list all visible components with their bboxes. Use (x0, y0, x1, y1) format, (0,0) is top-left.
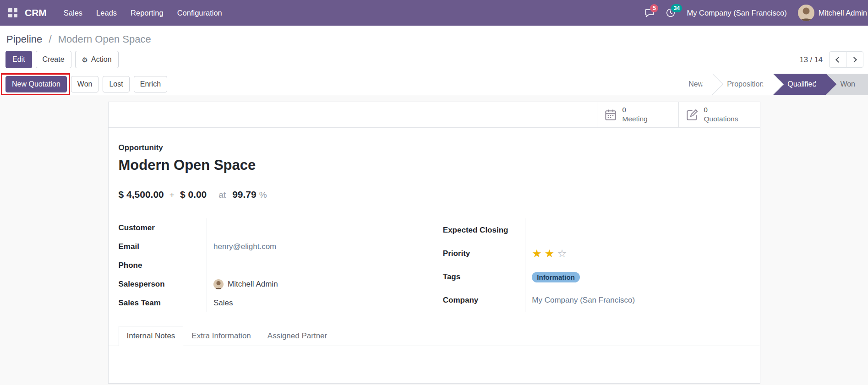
field-row-tags: Tags Information (443, 266, 750, 289)
messages-button[interactable]: 5 (644, 8, 655, 18)
quotation-icon (685, 108, 699, 122)
breadcrumb-pipeline[interactable]: Pipeline (6, 33, 42, 45)
plus-sign: + (169, 190, 175, 200)
company-value: My Company (San Francisco) (532, 296, 635, 304)
avatar (798, 5, 814, 21)
enrich-button[interactable]: Enrich (134, 76, 167, 92)
quotation-count: 0 (704, 106, 738, 114)
internal-notes-content (109, 346, 760, 384)
field-row-email: Email henry@elight.com (119, 237, 426, 256)
meetings-stat-button[interactable]: 0 Meeting (597, 102, 678, 127)
at-label: at (218, 190, 226, 200)
priority-label: Priority (443, 249, 470, 258)
chevron-right-icon (851, 57, 857, 63)
pager-next-button[interactable] (846, 51, 863, 68)
email-label: Email (119, 242, 139, 251)
notebook: Internal Notes Extra Information Assigne… (109, 326, 760, 384)
pager-value: 13 / 14 (800, 55, 823, 64)
breadcrumb-separator: / (49, 33, 51, 45)
tab-extra-information[interactable]: Extra Information (183, 326, 259, 346)
meeting-label: Meeting (622, 114, 648, 123)
stage-pipeline: New Proposition Qualified Won (680, 74, 868, 95)
star-empty-icon[interactable]: ☆ (557, 248, 567, 259)
star-filled-icon[interactable]: ★ (532, 248, 542, 259)
left-field-group: Customer Email henry@elight.com Phone Sa… (119, 218, 426, 312)
company-label: Company (443, 296, 478, 304)
field-row-customer: Customer (119, 218, 426, 237)
menu-sales[interactable]: Sales (57, 0, 89, 26)
top-navbar: CRM Sales Leads Reporting Configuration … (0, 0, 868, 26)
tab-internal-notes[interactable]: Internal Notes (119, 326, 184, 346)
apps-menu-icon[interactable] (8, 8, 17, 17)
priority-stars[interactable]: ★ ★ ☆ (532, 248, 749, 259)
activities-badge: 34 (671, 4, 682, 12)
salesperson-avatar (213, 279, 224, 289)
opportunity-form: 0 Meeting 0 Quotations Opportunity Moder… (108, 102, 760, 384)
email-value[interactable]: henry@elight.com (213, 242, 276, 251)
tag-information: Information (532, 272, 580, 282)
field-row-salesperson: Salesperson Mitchell Admin (119, 275, 426, 293)
customer-label: Customer (119, 223, 155, 232)
field-row-company: Company My Company (San Francisco) (443, 289, 750, 312)
expected-revenue-amount: $ 4,500.00 (119, 189, 164, 200)
statusbar: New Quotation Won Lost Enrich New Propos… (0, 74, 868, 95)
won-button[interactable]: Won (71, 76, 99, 92)
menu-reporting[interactable]: Reporting (124, 0, 170, 26)
messages-badge: 5 (650, 4, 658, 12)
create-button[interactable]: Create (36, 51, 71, 68)
phone-label: Phone (119, 261, 142, 270)
edit-button[interactable]: Edit (5, 51, 32, 68)
stage-label: Won (840, 80, 855, 88)
stage-new[interactable]: New (680, 74, 712, 95)
percent-sign: % (259, 190, 267, 200)
stage-label: New (688, 80, 703, 88)
field-row-expected-closing: Expected Closing (443, 218, 750, 242)
menu-configuration[interactable]: Configuration (170, 0, 229, 26)
opportunity-title: Modern Open Space (119, 157, 750, 174)
stage-label: Qualified (787, 80, 816, 88)
stat-button-box: 0 Meeting 0 Quotations (109, 102, 760, 128)
menu-leads[interactable]: Leads (89, 0, 124, 26)
salesperson-value: Mitchell Admin (228, 280, 278, 289)
probability-value: 99.79 (232, 189, 257, 200)
chevron-left-icon (835, 57, 841, 63)
salesperson-label: Salesperson (119, 280, 165, 288)
sales-team-value: Sales (213, 298, 233, 307)
field-row-phone: Phone (119, 256, 426, 275)
recurring-revenue-amount: $ 0.00 (180, 189, 207, 200)
app-brand[interactable]: CRM (25, 7, 47, 18)
user-name: Mitchell Admin (819, 9, 867, 17)
right-field-group: Expected Closing Priority ★ ★ ☆ (443, 218, 750, 312)
field-row-priority: Priority ★ ★ ☆ (443, 242, 750, 265)
activities-button[interactable]: 34 (666, 8, 676, 18)
expected-revenue: $ 4,500.00 + $ 0.00 at 99.79 % (119, 189, 750, 200)
calendar-icon (604, 108, 617, 122)
gear-icon: ⚙ (82, 56, 88, 63)
new-quotation-button[interactable]: New Quotation (5, 76, 67, 92)
action-label: Action (91, 56, 111, 63)
tags-label: Tags (443, 272, 460, 281)
content-area: 0 Meeting 0 Quotations Opportunity Moder… (0, 95, 868, 385)
breadcrumb-current: Modern Open Space (58, 33, 151, 45)
field-row-sales-team: Sales Team Sales (119, 293, 426, 312)
meeting-count: 0 (622, 106, 648, 114)
quotation-label: Quotations (704, 114, 738, 123)
user-menu[interactable]: Mitchell Admin (798, 5, 867, 21)
tab-assigned-partner[interactable]: Assigned Partner (259, 326, 335, 346)
action-menu-button[interactable]: ⚙ Action (75, 51, 119, 68)
lost-button[interactable]: Lost (103, 76, 129, 92)
opportunity-label: Opportunity (119, 143, 750, 152)
breadcrumb: Pipeline / Modern Open Space (0, 26, 868, 49)
expected-closing-label: Expected Closing (443, 226, 508, 234)
company-switcher[interactable]: My Company (San Francisco) (687, 9, 786, 17)
pager-previous-button[interactable] (829, 51, 846, 68)
star-filled-icon[interactable]: ★ (545, 248, 555, 259)
sales-team-label: Sales Team (119, 298, 161, 307)
control-panel: Edit Create ⚙ Action 13 / 14 (0, 49, 868, 74)
stage-label: Proposition (727, 80, 764, 88)
quotations-stat-button[interactable]: 0 Quotations (678, 102, 760, 127)
